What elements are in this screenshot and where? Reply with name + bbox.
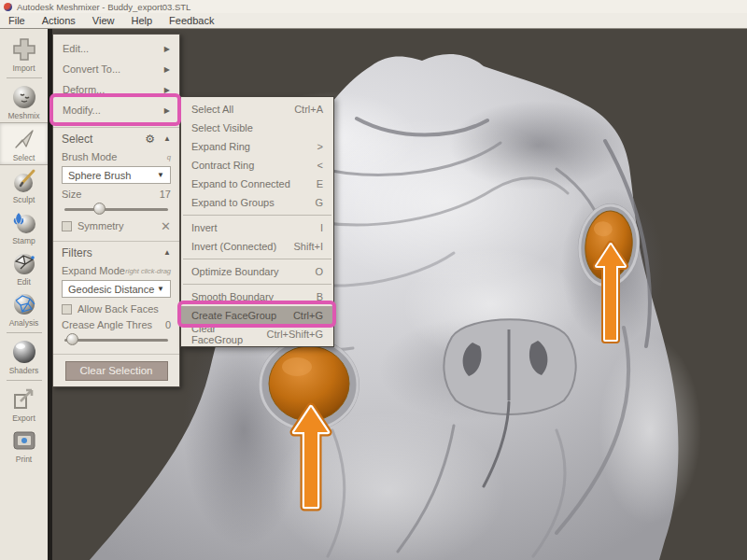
toolbar-edit[interactable]: Edit — [0, 247, 48, 288]
tool-sidebar: Import Meshmix Select Sculpt — [0, 29, 48, 560]
menu-item-select-all[interactable]: Select AllCtrl+A — [181, 100, 333, 119]
sculpt-brush-icon — [11, 168, 37, 194]
menu-separator — [183, 284, 331, 285]
filters-section-title: Filters — [62, 246, 163, 259]
menu-item-expand-ring[interactable]: Expand Ring> — [181, 137, 333, 156]
menu-view[interactable]: View — [84, 13, 123, 28]
menu-item-invert[interactable]: InvertI — [181, 218, 333, 237]
symmetry-checkbox[interactable] — [62, 221, 72, 231]
symmetry-settings-icon[interactable]: ✕ — [161, 219, 171, 233]
flyout-deform[interactable]: Deform... ▶ — [53, 79, 179, 100]
menu-item-optimize-boundary[interactable]: Optimize BoundaryO — [181, 262, 333, 281]
menu-item-invert-connected[interactable]: Invert (Connected)Shift+I — [181, 237, 333, 256]
menu-item-select-visible[interactable]: Select Visible — [181, 119, 333, 137]
crease-slider-thumb[interactable] — [66, 333, 78, 345]
crease-angle-value: 0 — [165, 319, 171, 330]
size-slider[interactable] — [64, 203, 168, 216]
analysis-mesh-icon — [11, 291, 37, 317]
collapse-section-icon[interactable]: ▲ — [163, 248, 171, 257]
symmetry-row: Symmetry ✕ — [53, 217, 179, 234]
menu-separator — [183, 259, 331, 259]
menu-item-clear-facegroup[interactable]: Clear FaceGroupCtrl+Shift+G — [181, 325, 333, 343]
toolbar-select[interactable]: Select — [0, 122, 48, 165]
toolbar-stamp[interactable]: Stamp — [0, 206, 48, 247]
titlebar: Autodesk Meshmixer - Buddy_export03.STL — [0, 0, 747, 13]
toolbar-separator — [7, 380, 42, 381]
filters-section: Filters ▲ Expand Mode right click-drag G… — [53, 241, 179, 346]
expand-mode-dropdown[interactable]: Geodesic Distance ▼ — [62, 280, 171, 298]
window-title: Autodesk Meshmixer - Buddy_export03.STL — [17, 2, 190, 12]
flyout-convert-to[interactable]: Convert To... ▶ — [53, 59, 179, 79]
allow-back-faces-label: Allow Back Faces — [78, 303, 159, 315]
select-section-title: Select — [62, 133, 145, 146]
toolbar-separator — [7, 77, 42, 78]
size-slider-track — [64, 208, 168, 211]
select-arrow-icon — [11, 126, 37, 152]
brush-mode-label: Brush Mode — [62, 151, 117, 162]
submenu-arrow-icon: ▶ — [164, 65, 170, 74]
brush-hotkey-hint: q — [167, 153, 171, 161]
select-section: Select ⚙ ▲ Brush Mode q Sphere Brush ▼ S… — [53, 127, 179, 234]
panel-footer: Clear Selection — [53, 354, 179, 381]
select-tool-panel: Edit... ▶ Convert To... ▶ Deform... ▶ Mo… — [52, 34, 180, 387]
menubar: File Actions View Help Feedback — [0, 13, 747, 29]
meshmixer-window: Autodesk Meshmixer - Buddy_export03.STL … — [0, 0, 747, 560]
size-value: 17 — [160, 189, 171, 200]
edit-wireframe-icon — [11, 250, 37, 276]
brush-mode-dropdown[interactable]: Sphere Brush ▼ — [62, 166, 171, 184]
menu-feedback[interactable]: Feedback — [161, 13, 222, 28]
submenu-arrow-icon: ▶ — [164, 106, 170, 115]
collapse-section-icon[interactable]: ▲ — [163, 134, 171, 143]
menu-help[interactable]: Help — [122, 13, 161, 28]
toolbar-export[interactable]: Export — [0, 384, 48, 425]
gear-icon[interactable]: ⚙ — [145, 133, 155, 146]
menu-file[interactable]: File — [0, 13, 34, 28]
size-label: Size — [62, 189, 81, 200]
import-plus-icon — [11, 36, 37, 63]
menu-item-contract-ring[interactable]: Contract Ring< — [181, 156, 333, 175]
menu-item-create-facegroup[interactable]: Create FaceGroupCtrl+G — [181, 306, 333, 325]
crease-angle-label: Crease Angle Thres — [62, 319, 152, 330]
toolbar-separator — [7, 332, 42, 333]
allow-back-faces-row: Allow Back Faces — [53, 301, 179, 317]
symmetry-label: Symmetry — [78, 220, 124, 231]
export-arrow-icon — [11, 386, 37, 413]
chevron-down-icon: ▼ — [157, 285, 164, 293]
toolbar-import[interactable]: Import — [0, 34, 48, 75]
toolbar-analysis[interactable]: Analysis — [0, 288, 48, 329]
clear-selection-button[interactable]: Clear Selection — [65, 361, 168, 381]
menu-separator — [183, 215, 331, 216]
size-slider-thumb[interactable] — [93, 203, 106, 215]
meshmixer-logo-icon — [4, 3, 12, 11]
menu-actions[interactable]: Actions — [34, 13, 84, 28]
expand-mode-hint: right click-drag — [125, 267, 171, 275]
shaders-chrome-icon — [11, 339, 37, 365]
submenu-arrow-icon: ▶ — [164, 86, 170, 94]
chevron-down-icon: ▼ — [157, 171, 164, 179]
crease-angle-slider[interactable] — [64, 333, 168, 346]
toolbar-sculpt[interactable]: Sculpt — [0, 165, 48, 206]
toolbar-print[interactable]: Print — [0, 425, 48, 466]
flyout-edit[interactable]: Edit... ▶ — [53, 38, 179, 59]
menu-item-expand-to-connected[interactable]: Expand to ConnectedE — [181, 175, 333, 193]
modify-submenu: Select AllCtrl+A Select Visible Expand R… — [180, 96, 334, 347]
allow-back-faces-checkbox[interactable] — [62, 304, 72, 315]
meshmix-sphere-icon — [11, 84, 37, 110]
toolbar-meshmix[interactable]: Meshmix — [0, 81, 48, 122]
submenu-arrow-icon: ▶ — [164, 45, 170, 53]
menu-item-expand-to-groups[interactable]: Expand to GroupsG — [181, 193, 333, 212]
toolbar-shaders[interactable]: Shaders — [0, 336, 48, 377]
expand-mode-label: Expand Mode — [62, 265, 125, 276]
flyout-modify[interactable]: Modify... ▶ — [53, 100, 179, 120]
crease-slider-track — [64, 339, 168, 342]
print-printer-icon — [11, 427, 37, 454]
menu-item-smooth-boundary[interactable]: Smooth BoundaryB — [181, 287, 333, 306]
stamp-sphere-icon — [11, 209, 37, 235]
